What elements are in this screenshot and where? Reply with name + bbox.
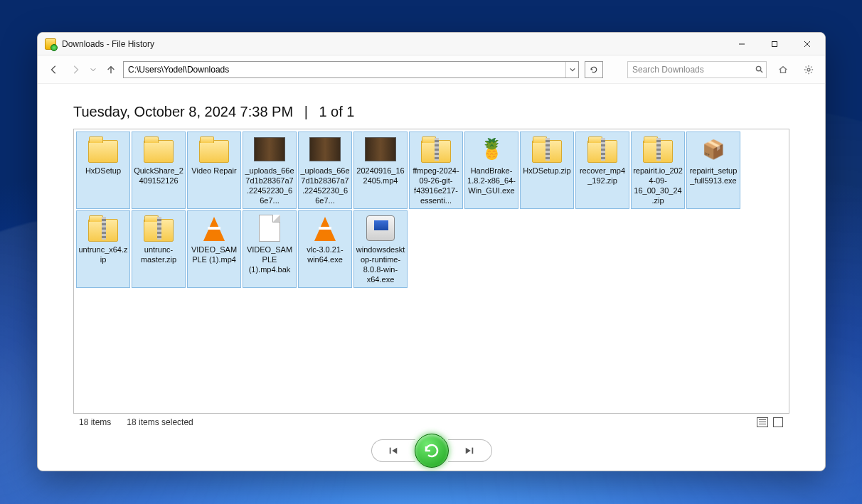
file-icon-wrap: 📦 xyxy=(698,135,729,163)
file-icon-wrap xyxy=(87,214,119,242)
file-item[interactable]: QuickShare_2409152126 xyxy=(132,132,186,209)
file-item[interactable]: vlc-3.0.21-win64.exe xyxy=(298,210,352,288)
folder-icon xyxy=(199,140,229,163)
restore-button[interactable] xyxy=(415,434,449,468)
file-label: _uploads_66e7d1b28367a7.22452230_66e7... xyxy=(300,166,350,205)
file-icon-wrap xyxy=(420,135,452,163)
file-label: VIDEO_SAMPLE (1).mp4 xyxy=(189,245,239,264)
file-icon-wrap xyxy=(254,214,285,242)
snapshot-heading: Tuesday, October 8, 2024 7:38 PM | 1 of … xyxy=(73,104,789,120)
status-selection-count: 18 items selected xyxy=(127,417,193,427)
file-icon-wrap xyxy=(198,135,230,163)
zip-archive-icon xyxy=(587,140,617,163)
file-item[interactable]: _uploads_66e7d1b28367a7.22452230_66e7... xyxy=(298,132,352,209)
search-box[interactable] xyxy=(627,61,767,78)
folder-icon xyxy=(88,140,118,163)
snapshot-position: 1 of 1 xyxy=(319,104,354,119)
file-label: QuickShare_2409152126 xyxy=(134,166,183,186)
file-label: 20240916_162405.mp4 xyxy=(356,166,405,186)
address-input[interactable] xyxy=(124,62,565,77)
video-thumbnail-icon xyxy=(365,137,396,161)
file-label: VIDEO_SAMPLE (1).mp4.bak xyxy=(245,245,294,274)
file-label: HxDSetup xyxy=(85,166,121,176)
file-item[interactable]: HxDSetup xyxy=(76,132,130,209)
file-list-container[interactable]: HxDSetupQuickShare_2409152126Video Repai… xyxy=(73,129,789,414)
file-icon-wrap xyxy=(198,214,230,242)
file-icon-wrap xyxy=(87,135,119,163)
repairit-installer-icon: 📦 xyxy=(702,139,725,161)
file-icon-wrap xyxy=(143,214,174,242)
zip-archive-icon xyxy=(88,219,118,242)
heading-separator: | xyxy=(304,104,308,119)
file-item[interactable]: VIDEO_SAMPLE (1).mp4.bak xyxy=(243,210,297,288)
file-item[interactable]: Video Repair xyxy=(187,132,241,209)
vlc-cone-icon xyxy=(314,217,336,241)
file-item[interactable]: VIDEO_SAMPLE (1).mp4 xyxy=(187,210,241,288)
file-item[interactable]: repairit.io_2024-09-16_00_30_24.zip xyxy=(631,132,685,209)
file-item[interactable]: HxDSetup.zip xyxy=(520,132,574,209)
svg-line-6 xyxy=(760,70,762,73)
file-item[interactable]: windowsdesktop-runtime-8.0.8-win-x64.exe xyxy=(353,210,408,288)
file-icon-wrap xyxy=(254,135,285,163)
svg-rect-1 xyxy=(772,41,777,46)
search-input[interactable] xyxy=(628,65,752,75)
file-icon-wrap xyxy=(587,135,618,163)
svg-rect-11 xyxy=(472,448,474,454)
status-bar: 18 items 18 items selected xyxy=(73,414,789,431)
svg-point-7 xyxy=(807,68,810,71)
toolbar xyxy=(38,55,825,84)
file-grid: HxDSetupQuickShare_2409152126Video Repai… xyxy=(76,132,787,288)
address-bar[interactable] xyxy=(123,61,579,78)
file-item[interactable]: ffmpeg-2024-09-26-git-f43916e217-essenti… xyxy=(409,132,463,209)
home-button[interactable] xyxy=(774,60,792,79)
file-icon-wrap xyxy=(365,214,396,242)
folder-icon xyxy=(144,140,174,163)
back-button[interactable] xyxy=(45,60,63,79)
file-icon-wrap xyxy=(531,135,563,163)
svg-marker-9 xyxy=(392,448,397,454)
svg-point-5 xyxy=(756,66,760,70)
zip-archive-icon xyxy=(144,219,174,242)
window-title: Downloads - File History xyxy=(62,39,154,49)
video-thumbnail-icon xyxy=(254,137,285,161)
file-item[interactable]: recover_mp4_192.zip xyxy=(575,132,629,209)
minimize-button[interactable] xyxy=(725,33,758,55)
previous-version-button[interactable] xyxy=(371,439,415,462)
snapshot-timestamp: Tuesday, October 8, 2024 7:38 PM xyxy=(73,104,293,119)
window-controls xyxy=(725,33,824,55)
file-item[interactable]: untrunc-master.zip xyxy=(132,210,186,288)
titlebar[interactable]: Downloads - File History xyxy=(38,33,825,55)
search-icon xyxy=(752,65,766,73)
file-label: repairit_setup_full5913.exe xyxy=(688,166,738,186)
up-button[interactable] xyxy=(102,60,120,79)
icons-view-button[interactable] xyxy=(772,417,784,427)
maximize-button[interactable] xyxy=(758,33,791,55)
file-item[interactable]: 20240916_162405.mp4 xyxy=(353,132,408,209)
file-label: recover_mp4_192.zip xyxy=(578,166,627,186)
navigation-bar xyxy=(38,431,825,471)
recent-locations-dropdown[interactable] xyxy=(87,67,99,73)
forward-button[interactable] xyxy=(66,60,85,79)
file-item[interactable]: 🍍HandBrake-1.8.2-x86_64-Win_GUI.exe xyxy=(464,132,518,209)
file-item[interactable]: _uploads_66e7d1b28367a7.22452230_66e7... xyxy=(243,132,297,209)
file-label: ffmpeg-2024-09-26-git-f43916e217-essenti… xyxy=(411,166,461,205)
zip-archive-icon xyxy=(643,140,673,163)
address-history-dropdown[interactable] xyxy=(565,62,578,77)
file-history-icon xyxy=(45,38,56,50)
vlc-cone-icon xyxy=(203,217,225,241)
status-item-count: 18 items xyxy=(79,417,111,427)
file-item[interactable]: untrunc_x64.zip xyxy=(76,210,130,288)
next-version-button[interactable] xyxy=(448,439,492,462)
file-label: windowsdesktop-runtime-8.0.8-win-x64.exe xyxy=(356,245,405,284)
file-label: Video Repair xyxy=(191,166,236,176)
file-label: vlc-3.0.21-win64.exe xyxy=(300,245,350,264)
file-item[interactable]: 📦repairit_setup_full5913.exe xyxy=(686,132,740,209)
settings-gear-button[interactable] xyxy=(799,60,818,79)
close-button[interactable] xyxy=(791,33,824,55)
file-label: HandBrake-1.8.2-x86_64-Win_GUI.exe xyxy=(467,166,516,195)
refresh-button[interactable] xyxy=(585,61,603,78)
details-view-button[interactable] xyxy=(757,417,768,427)
zip-archive-icon xyxy=(421,140,451,163)
file-label: untrunc-master.zip xyxy=(134,245,183,264)
file-label: repairit.io_2024-09-16_00_30_24.zip xyxy=(633,166,683,205)
